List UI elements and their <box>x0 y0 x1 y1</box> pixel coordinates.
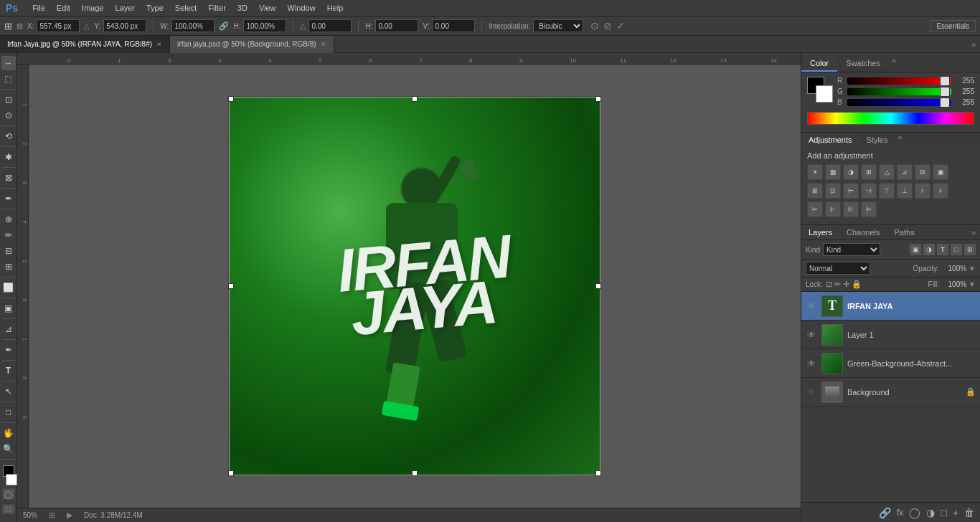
add-style-btn[interactable]: fx <box>897 508 903 518</box>
tab-styles[interactable]: Styles <box>859 133 895 147</box>
x-input[interactable] <box>37 19 80 32</box>
tab-close-1[interactable]: ✕ <box>321 41 326 48</box>
tab-adjustments[interactable]: Adjustments <box>801 133 859 147</box>
g-thumb[interactable] <box>940 87 950 97</box>
fill-dropdown-icon[interactable]: ▼ <box>969 280 976 288</box>
tool-move[interactable]: ↔ <box>1 56 16 70</box>
lock-transparent[interactable]: ⊡ <box>826 280 832 289</box>
handle-top-right[interactable] <box>595 96 601 102</box>
adj-shadows[interactable]: ⊨ <box>807 201 823 217</box>
filter-pixel[interactable]: ▣ <box>910 244 921 255</box>
menu-edit[interactable]: Edit <box>57 4 70 12</box>
panel-collapse-right[interactable]: » <box>967 40 980 49</box>
tool-spot-heal[interactable]: ⊕ <box>1 212 16 227</box>
quick-mask-btn[interactable]: ◯ <box>2 488 15 500</box>
adj-hue-sat[interactable]: ⊿ <box>897 164 913 180</box>
add-adj-layer-btn[interactable]: ◑ <box>926 507 935 518</box>
adj-gradient-map[interactable]: ⊦ <box>915 183 930 199</box>
tool-crop[interactable]: ⊠ <box>1 171 16 185</box>
adj-curves[interactable]: ◑ <box>843 164 859 180</box>
create-group-btn[interactable]: □ <box>941 507 946 518</box>
menu-type[interactable]: Type <box>146 4 164 12</box>
adj-channel-mixer[interactable]: ⊡ <box>825 183 841 199</box>
essentials-button[interactable]: Essentials <box>930 20 976 32</box>
color-panel-collapse[interactable]: » <box>889 56 899 72</box>
tab-channels[interactable]: Channels <box>839 225 887 239</box>
adj-invert[interactable]: ⊣ <box>861 183 877 199</box>
r-thumb[interactable] <box>940 76 950 86</box>
add-mask-btn[interactable]: ◯ <box>909 507 920 518</box>
h-input[interactable] <box>243 19 286 32</box>
menu-view[interactable]: View <box>259 4 276 12</box>
background-swatch[interactable] <box>816 85 833 103</box>
handle-bottom-middle[interactable] <box>412 470 418 476</box>
filter-adjustment[interactable]: ◑ <box>923 244 935 255</box>
filter-type[interactable]: T <box>937 244 948 255</box>
tool-gradient[interactable]: ▣ <box>1 301 16 315</box>
handle-top-middle[interactable] <box>412 96 418 102</box>
filter-shape[interactable]: □ <box>951 244 962 255</box>
lock-position[interactable]: ✛ <box>843 280 849 289</box>
lock-all[interactable]: 🔒 <box>852 280 862 289</box>
tool-quick-select[interactable]: ✱ <box>1 150 16 164</box>
g-slider[interactable] <box>847 88 951 95</box>
w-input[interactable] <box>171 19 215 32</box>
kind-select[interactable]: Kind <box>823 243 880 256</box>
layer-visibility-irfan-jaya[interactable]: 👁 <box>806 300 817 312</box>
adj-exposure[interactable]: ⊞ <box>861 164 877 180</box>
adj-photo-filter[interactable]: ⊠ <box>807 183 823 199</box>
adj-color-lookup[interactable]: ⊢ <box>843 183 859 199</box>
link-layers-btn[interactable]: 🔗 <box>879 507 891 518</box>
tool-brush[interactable]: ✏ <box>1 228 16 242</box>
commit-transform-icon[interactable]: ✓ <box>616 20 625 32</box>
skew-h-input[interactable] <box>375 19 418 32</box>
tool-clone[interactable]: ⊟ <box>1 244 16 258</box>
adj-color-balance[interactable]: ⊟ <box>915 164 930 180</box>
menu-help[interactable]: Help <box>327 4 344 12</box>
adj-vibrance[interactable]: △ <box>879 164 895 180</box>
opacity-dropdown-icon[interactable]: ▼ <box>969 265 976 272</box>
handle-top-left[interactable] <box>228 96 234 102</box>
tool-path-select[interactable]: ↖ <box>1 384 16 399</box>
tool-artboard[interactable]: ⬚ <box>1 72 16 86</box>
tool-type[interactable]: T <box>1 364 16 378</box>
tool-dodge[interactable]: ⊿ <box>1 322 16 336</box>
color-spectrum[interactable] <box>807 112 974 125</box>
handle-middle-right[interactable] <box>595 283 601 289</box>
tab-layers[interactable]: Layers <box>801 225 839 239</box>
handle-bottom-left[interactable] <box>228 470 234 476</box>
adj-levels[interactable]: ▦ <box>825 164 841 180</box>
tool-pen[interactable]: ✒ <box>1 343 16 357</box>
tool-marquee-ellipse[interactable]: ⊙ <box>1 108 16 123</box>
menu-select[interactable]: Select <box>175 4 197 12</box>
tab-irfan-psd[interactable]: irfan jaya.psd @ 50% (Background, RGB/8)… <box>170 36 334 53</box>
tab-color[interactable]: Color <box>801 56 837 72</box>
tool-history-brush[interactable]: ⊞ <box>1 260 16 274</box>
screen-mode-btn[interactable]: ⬚ <box>2 504 15 514</box>
layer-item-layer1[interactable]: 👁 Layer 1 <box>801 321 980 349</box>
tool-hand[interactable]: 🖐 <box>1 426 16 440</box>
delete-layer-btn[interactable]: 🗑 <box>964 507 974 518</box>
tab-irfan-jpg[interactable]: Irfan Jaya.jpg @ 50% (IRFAN JAYA, RGB/8#… <box>0 36 170 53</box>
layer-visibility-background[interactable]: 👁 <box>806 386 817 398</box>
adj-pattern[interactable]: ⊫ <box>861 201 877 217</box>
tool-eraser[interactable]: ⬜ <box>1 280 16 295</box>
menu-filter[interactable]: Filter <box>208 4 225 12</box>
canvas-viewport[interactable]: IRFAN JAYA <box>29 65 801 508</box>
tool-eyedropper[interactable]: ✒ <box>1 191 16 206</box>
background-color[interactable] <box>6 474 17 485</box>
layer-visibility-layer1[interactable]: 👁 <box>806 329 817 341</box>
tab-paths[interactable]: Paths <box>887 225 922 239</box>
adj-selective-color[interactable]: ⊧ <box>933 183 948 199</box>
layer-item-green-bg[interactable]: 👁 Green-Background-Abstract... <box>801 349 980 378</box>
filter-smart[interactable]: ⊞ <box>964 244 976 255</box>
tab-swatches[interactable]: Swatches <box>837 56 889 72</box>
tool-lasso[interactable]: ⟲ <box>1 129 16 143</box>
tab-close-0[interactable]: ✕ <box>156 41 162 48</box>
b-thumb[interactable] <box>940 98 950 108</box>
menu-3d[interactable]: 3D <box>237 4 248 12</box>
adj-highlights[interactable]: ⊪ <box>843 201 859 217</box>
adj-posterize[interactable]: ⊤ <box>879 183 895 199</box>
menu-file[interactable]: File <box>32 4 45 12</box>
adj-midtones[interactable]: ⊩ <box>825 201 841 217</box>
